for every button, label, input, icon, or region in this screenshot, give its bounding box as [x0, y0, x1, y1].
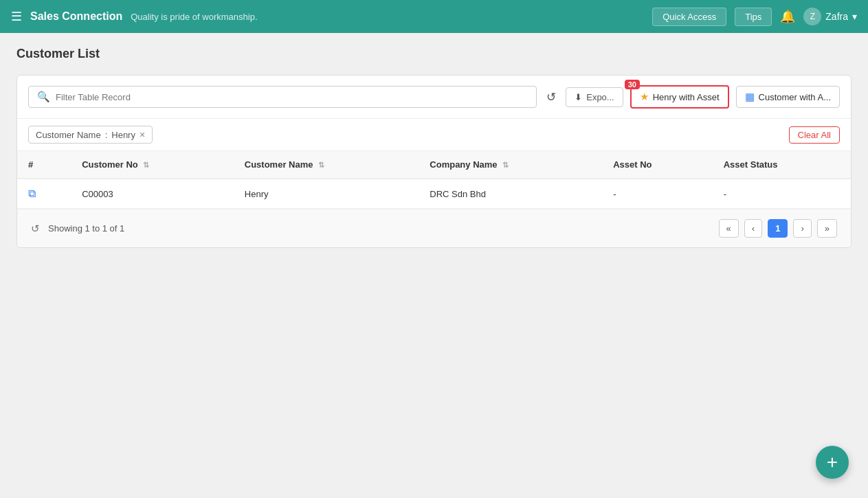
- top-nav: ☰ Sales Connection Quality is pride of w…: [0, 0, 868, 33]
- filter-tag-customer-name: Customer Name : Henry ×: [28, 126, 153, 144]
- row-customer-no: C00003: [71, 179, 234, 209]
- tips-button[interactable]: Tips: [735, 8, 772, 26]
- search-input[interactable]: [56, 92, 528, 102]
- columns-icon: ▦: [745, 91, 755, 103]
- table-body: ⧉ C00003 Henry DRC Sdn Bhd - -: [17, 179, 851, 209]
- sort-icon-company-name: ⇅: [502, 161, 509, 169]
- first-page-button[interactable]: «: [719, 219, 739, 238]
- avatar: Z: [803, 8, 821, 25]
- col-asset-status: Asset Status: [713, 151, 851, 179]
- next-page-button[interactable]: ›: [793, 219, 811, 238]
- search-box[interactable]: 🔍: [28, 86, 537, 108]
- col-company-name[interactable]: Company Name ⇅: [419, 151, 602, 179]
- customer-table: # Customer No ⇅ Customer Name ⇅ Company …: [17, 151, 851, 209]
- clear-all-button[interactable]: Clear All: [789, 126, 840, 144]
- refresh-button[interactable]: ↺: [544, 87, 559, 107]
- page-title: Customer List: [16, 47, 852, 61]
- filter-tag-colon: :: [105, 130, 108, 140]
- henry-filter-label: Henry with Asset: [653, 92, 720, 102]
- filter-tag-label: Customer Name: [36, 130, 101, 140]
- prev-page-button[interactable]: ‹: [744, 219, 762, 238]
- export-label: Expo...: [586, 92, 614, 102]
- henry-filter-wrap: 30 ★ Henry with Asset: [630, 85, 729, 109]
- row-company-name: DRC Sdn Bhd: [419, 179, 602, 209]
- pagination-bar: ↺ Showing 1 to 1 of 1 « ‹ 1 › »: [17, 209, 851, 247]
- current-page-button[interactable]: 1: [768, 219, 788, 238]
- tagline: Quality is pride of workmanship.: [131, 12, 257, 22]
- customer-list-card: 🔍 ↺ ⬇ Expo... 30 ★ Henry with Asset ▦ Cu…: [16, 75, 852, 248]
- sort-icon-customer-no: ⇅: [143, 161, 149, 169]
- last-page-button[interactable]: »: [817, 219, 837, 238]
- filter-tag-remove[interactable]: ×: [140, 129, 145, 140]
- main-content: Customer List 🔍 ↺ ⬇ Expo... 30 ★ Henry w…: [0, 33, 868, 262]
- filter-tag-value: Henry: [111, 130, 135, 140]
- col-customer-no[interactable]: Customer No ⇅: [71, 151, 234, 179]
- brand-title: Sales Connection: [30, 10, 122, 23]
- search-icon: 🔍: [37, 91, 50, 103]
- row-open-icon-cell: ⧉: [17, 179, 71, 209]
- customer-filter-label: Customer with A...: [759, 92, 831, 102]
- filter-badge: 30: [625, 80, 640, 89]
- user-menu[interactable]: Z Zafra ▾: [803, 8, 857, 25]
- col-hash: #: [17, 151, 71, 179]
- pagination-showing: Showing 1 to 1 of 1: [48, 223, 124, 234]
- open-link-icon[interactable]: ⧉: [28, 188, 36, 200]
- pagination-refresh-icon[interactable]: ↺: [31, 223, 40, 235]
- table-header: # Customer No ⇅ Customer Name ⇅ Company …: [17, 151, 851, 179]
- quick-access-button[interactable]: Quick Access: [652, 8, 726, 26]
- user-chevron-icon: ▾: [852, 11, 857, 22]
- table-row: ⧉ C00003 Henry DRC Sdn Bhd - -: [17, 179, 851, 209]
- export-button[interactable]: ⬇ Expo...: [566, 87, 623, 107]
- filter-bar: Customer Name : Henry × Clear All: [17, 119, 851, 151]
- row-customer-name: Henry: [234, 179, 419, 209]
- row-asset-status: -: [713, 179, 851, 209]
- toolbar: 🔍 ↺ ⬇ Expo... 30 ★ Henry with Asset ▦ Cu…: [17, 76, 851, 119]
- menu-icon[interactable]: ☰: [11, 9, 22, 24]
- export-icon: ⬇: [575, 92, 582, 102]
- col-asset-no: Asset No: [602, 151, 713, 179]
- row-asset-no: -: [602, 179, 713, 209]
- col-customer-name[interactable]: Customer Name ⇅: [234, 151, 419, 179]
- customer-filter-button[interactable]: ▦ Customer with A...: [736, 86, 840, 108]
- henry-filter-button[interactable]: ★ Henry with Asset: [630, 85, 729, 109]
- sort-icon-customer-name: ⇅: [318, 161, 324, 169]
- bell-icon[interactable]: 🔔: [780, 9, 795, 24]
- username: Zafra: [825, 11, 848, 22]
- star-icon: ★: [640, 91, 649, 103]
